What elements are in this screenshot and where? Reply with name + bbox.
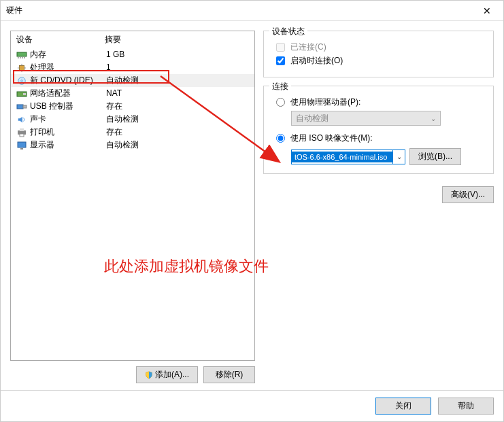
connection-group: 连接 使用物理驱动器(P): 自动检测 ⌄ 使用 ISO 映像文件(M): [263, 86, 494, 174]
svg-rect-14 [17, 105, 23, 109]
close-button[interactable]: 关闭 [375, 398, 431, 415]
svg-rect-18 [20, 134, 24, 137]
physical-drive-row[interactable]: 使用物理驱动器(P): [276, 96, 486, 108]
physical-drive-label: 使用物理驱动器(P): [290, 96, 360, 108]
device-panel: 设备 摘要 内存1 GB处理器1新 CD/DVD (IDE)自动检测网络适配器N… [10, 31, 255, 383]
window-title: 硬件 [6, 5, 22, 16]
dialog-footer: 关闭 帮助 [1, 390, 503, 421]
device-row[interactable]: 网络适配器NAT [11, 87, 254, 100]
device-name: 声卡 [30, 114, 106, 124]
device-summary: 自动检测 [106, 140, 249, 150]
col-device: 设备 [16, 34, 105, 46]
group-legend-connection: 连接 [269, 81, 291, 92]
device-list: 设备 摘要 内存1 GB处理器1新 CD/DVD (IDE)自动检测网络适配器N… [10, 31, 255, 361]
device-list-header: 设备 摘要 [11, 31, 254, 48]
connect-at-poweron-row[interactable]: 启动时连接(O) [276, 55, 486, 67]
annotation-text: 此处添加虚拟机镜像文件 [104, 256, 269, 277]
svg-rect-4 [24, 57, 25, 58]
add-button-label: 添加(A)... [155, 369, 189, 381]
svg-rect-15 [23, 105, 27, 108]
shield-icon [145, 371, 153, 379]
title-bar: 硬件 ✕ [1, 1, 503, 21]
svg-rect-13 [23, 93, 26, 95]
device-buttons: 添加(A)... 移除(R) [10, 366, 255, 383]
settings-panel: 设备状态 已连接(C) 启动时连接(O) 连接 使用物理驱动器(P): [263, 31, 494, 383]
physical-drive-radio[interactable] [276, 98, 285, 107]
device-row[interactable]: 声卡自动检测 [11, 113, 254, 126]
device-summary: 存在 [106, 127, 249, 137]
add-button[interactable]: 添加(A)... [136, 366, 198, 383]
device-status-group: 设备状态 已连接(C) 启动时连接(O) [263, 31, 494, 77]
svg-rect-19 [18, 142, 26, 147]
close-icon[interactable]: ✕ [476, 3, 498, 19]
device-summary: 1 GB [106, 50, 249, 60]
svg-rect-1 [18, 57, 19, 58]
nic-icon [16, 89, 27, 99]
connected-checkbox-row[interactable]: 已连接(C) [276, 41, 486, 53]
chevron-down-icon[interactable]: ⌄ [392, 150, 405, 164]
svg-rect-17 [20, 128, 24, 131]
connect-at-poweron-checkbox[interactable] [276, 56, 285, 65]
connected-label: 已连接(C) [290, 41, 326, 53]
physical-drive-combo: 自动检测 ⌄ [291, 111, 441, 126]
memory-icon [16, 50, 27, 60]
device-summary: 自动检测 [106, 114, 249, 124]
device-row[interactable]: 打印机存在 [11, 126, 254, 139]
col-summary: 摘要 [105, 34, 121, 46]
svg-rect-0 [17, 52, 27, 56]
browse-button[interactable]: 浏览(B)... [409, 148, 461, 165]
device-row[interactable]: 显示器自动检测 [11, 139, 254, 152]
device-name: 内存 [30, 50, 106, 60]
device-name: 打印机 [30, 127, 106, 137]
display-icon [16, 141, 27, 150]
device-name: 网络适配器 [30, 88, 106, 99]
physical-drive-combo-value: 自动检测 [296, 113, 329, 123]
iso-file-combo[interactable]: tOS-6.6-x86_64-minimal.iso ⌄ [291, 150, 405, 164]
svg-rect-5 [20, 65, 24, 70]
advanced-row: 高级(V)... [263, 186, 494, 203]
annotation-box [13, 70, 169, 84]
help-button[interactable]: 帮助 [438, 398, 494, 415]
svg-rect-3 [22, 57, 23, 58]
iso-file-row[interactable]: 使用 ISO 映像文件(M): [276, 133, 486, 144]
device-row[interactable]: 内存1 GB [11, 48, 254, 61]
printer-icon [16, 128, 27, 137]
iso-file-label: 使用 ISO 映像文件(M): [290, 133, 373, 144]
svg-rect-20 [20, 148, 23, 150]
hardware-dialog: 硬件 ✕ 设备 摘要 内存1 GB处理器1新 CD/DVD (IDE)自动检测网… [0, 0, 504, 422]
advanced-button[interactable]: 高级(V)... [442, 186, 494, 203]
device-summary: 存在 [106, 101, 249, 111]
device-name: USB 控制器 [30, 101, 106, 111]
chevron-down-icon: ⌄ [431, 113, 436, 124]
connected-checkbox [276, 43, 285, 52]
group-legend-status: 设备状态 [269, 26, 307, 37]
iso-file-radio[interactable] [276, 134, 285, 143]
remove-button[interactable]: 移除(R) [203, 366, 255, 383]
audio-icon [16, 115, 27, 124]
device-name: 显示器 [30, 140, 106, 150]
iso-file-controls: tOS-6.6-x86_64-minimal.iso ⌄ 浏览(B)... [291, 148, 486, 165]
physical-drive-combo-wrap: 自动检测 ⌄ [291, 111, 486, 126]
connect-at-poweron-label: 启动时连接(O) [290, 55, 343, 67]
svg-rect-2 [20, 57, 21, 58]
iso-file-value: tOS-6.6-x86_64-minimal.iso [292, 152, 392, 162]
device-row[interactable]: USB 控制器存在 [11, 100, 254, 113]
device-summary: NAT [106, 88, 249, 99]
usb-icon [16, 102, 27, 111]
